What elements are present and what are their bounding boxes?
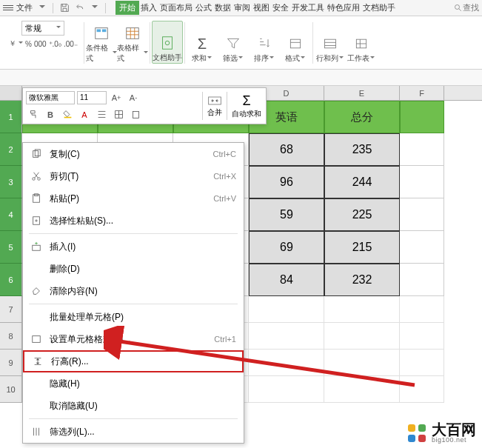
row-header-8[interactable]: 8: [0, 323, 22, 350]
formula-bar[interactable]: [0, 70, 482, 86]
ctx-filter-col[interactable]: 筛选列(L)...: [23, 421, 244, 443]
row-header-1[interactable]: 1: [0, 101, 22, 133]
sort-button[interactable]: 排序: [249, 21, 280, 64]
ctx-paste-special-label: 选择性粘贴(S)...: [50, 215, 236, 227]
cell-D3[interactable]: 96: [249, 166, 324, 198]
currency-button[interactable]: ￥: [9, 39, 16, 49]
col-header-E[interactable]: E: [324, 86, 400, 100]
tab-special[interactable]: 特色应用: [326, 1, 361, 15]
decrease-decimal-button[interactable]: .00₋: [64, 40, 78, 48]
svg-rect-8: [324, 39, 335, 48]
merge-button[interactable]: 合并: [207, 94, 222, 118]
search-box[interactable]: 查找: [454, 2, 479, 13]
row-header-5[interactable]: 5: [0, 231, 22, 264]
ctx-copy[interactable]: 复制(C) Ctrl+C: [23, 143, 244, 165]
cell-E4[interactable]: 225: [324, 198, 400, 231]
conditional-format-button[interactable]: 条件格式: [86, 21, 117, 64]
ctx-delete[interactable]: 删除(D): [23, 258, 244, 280]
row-header-6[interactable]: 6: [0, 264, 22, 296]
file-menu[interactable]: 文件: [16, 2, 33, 13]
cell-E5[interactable]: 215: [324, 231, 400, 264]
copy-icon: [29, 149, 44, 159]
chevron-down-icon[interactable]: [19, 41, 23, 46]
tab-security[interactable]: 安全: [271, 1, 290, 15]
cell-D2[interactable]: 68: [249, 133, 324, 166]
cell-D4[interactable]: 59: [249, 198, 324, 231]
align-button[interactable]: [94, 108, 109, 121]
font-select[interactable]: 微软雅黑: [26, 91, 75, 104]
row-header-9[interactable]: 9: [0, 350, 22, 376]
thousand-sep-button[interactable]: 000: [34, 40, 47, 48]
ctx-hide[interactable]: 隐藏(H): [23, 372, 244, 395]
grow-font-button[interactable]: A+: [109, 91, 124, 104]
divider: [53, 3, 53, 13]
number-format-label: 常规: [25, 23, 41, 34]
ctx-paste-special[interactable]: 选择性粘贴(S)...: [23, 210, 244, 232]
doc-helper-button[interactable]: 文档助手: [152, 21, 183, 64]
tab-data[interactable]: 数据: [213, 1, 232, 15]
chevron-down-icon: [56, 26, 61, 30]
number-format-select[interactable]: 常规: [21, 21, 64, 36]
col-header-F[interactable]: F: [400, 86, 444, 100]
shrink-font-button[interactable]: A-: [126, 91, 141, 104]
tab-review[interactable]: 审阅: [232, 1, 252, 15]
ctx-cut[interactable]: 剪切(T) Ctrl+X: [23, 165, 244, 187]
ctx-unhide[interactable]: 取消隐藏(U): [23, 395, 244, 417]
fill-color-button[interactable]: [60, 108, 75, 121]
increase-decimal-button[interactable]: ⁺.0₀: [49, 40, 61, 48]
row-header-2[interactable]: 2: [0, 133, 22, 166]
ctx-separator: [29, 418, 238, 419]
borders-button[interactable]: [111, 108, 126, 121]
undo-icon[interactable]: [73, 3, 88, 13]
ctx-clear[interactable]: 清除内容(N): [23, 280, 244, 302]
cell-D6[interactable]: 84: [249, 264, 324, 296]
tab-dev-tools[interactable]: 开发工具: [290, 1, 326, 15]
format-button[interactable]: 格式: [280, 21, 311, 64]
ctx-row-height[interactable]: 行高(R)...: [23, 350, 244, 372]
file-dropdown-icon[interactable]: [39, 5, 45, 11]
tab-doc-helper[interactable]: 文档助手: [361, 1, 397, 15]
font-size-select[interactable]: 11: [77, 91, 107, 104]
row-header-7[interactable]: 7: [0, 296, 22, 323]
worksheet-button[interactable]: 工作表: [346, 21, 377, 64]
ctx-batch[interactable]: 批量处理单元格(P): [23, 306, 244, 328]
tab-start[interactable]: 开始: [116, 1, 139, 15]
sum-button[interactable]: Σ 求和: [187, 21, 218, 64]
save-icon[interactable]: [57, 3, 73, 13]
cell-D5[interactable]: 69: [249, 231, 324, 264]
ctx-paste[interactable]: 粘贴(P) Ctrl+V: [23, 187, 244, 210]
row-col-button[interactable]: 行和列: [315, 21, 346, 64]
tab-formulas[interactable]: 公式: [194, 1, 213, 15]
undo-dropdown-icon[interactable]: [92, 5, 98, 11]
sort-icon: [255, 35, 273, 53]
paste-button[interactable]: [128, 108, 143, 121]
format-painter-icon[interactable]: [26, 108, 41, 121]
cell-E3[interactable]: 244: [324, 166, 400, 198]
cell-total-header[interactable]: 总分: [324, 101, 400, 133]
table-style-button[interactable]: 表格样式: [117, 21, 148, 64]
worksheet-icon: [352, 35, 370, 53]
cell-empty[interactable]: [400, 101, 444, 133]
tab-page-layout[interactable]: 页面布局: [158, 1, 194, 15]
percent-button[interactable]: %: [25, 40, 32, 48]
row-header-4[interactable]: 4: [0, 198, 22, 231]
ctx-cell-format[interactable]: 设置单元格格式(F)... Ctrl+1: [23, 328, 244, 350]
number-format-group: 常规 ￥ % 000 ⁺.0₀ .00₋: [4, 21, 82, 70]
row-header-10[interactable]: 10: [0, 376, 22, 403]
tab-insert[interactable]: 插入: [139, 1, 158, 15]
cell-E2[interactable]: 235: [324, 133, 400, 166]
row-header-3[interactable]: 3: [0, 166, 22, 198]
filter-button[interactable]: 筛选: [218, 21, 249, 64]
watermark-url: big100.net: [432, 437, 476, 444]
svg-rect-7: [290, 39, 300, 48]
ctx-insert[interactable]: 插入(I): [23, 235, 244, 258]
menu-icon[interactable]: [3, 5, 13, 10]
font-color-button[interactable]: A: [77, 108, 92, 121]
filter-icon: [224, 35, 242, 53]
select-all-corner[interactable]: [0, 86, 22, 100]
bold-button[interactable]: B: [43, 108, 58, 121]
sort-label: 排序: [254, 53, 269, 64]
tab-view[interactable]: 视图: [252, 1, 271, 15]
cell-E6[interactable]: 232: [324, 264, 400, 296]
auto-sum-button[interactable]: Σ 自动求和: [232, 93, 261, 119]
